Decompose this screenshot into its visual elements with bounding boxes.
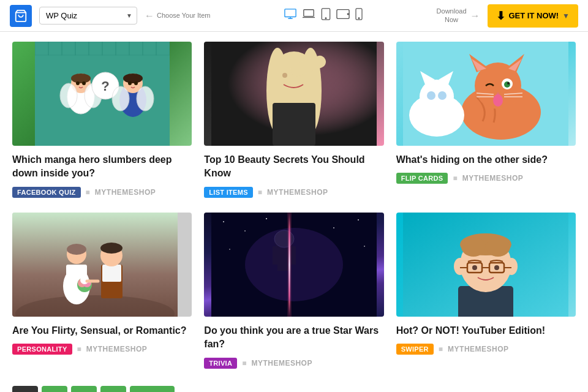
choose-item-label: ← Choose Your Item [145,10,210,21]
svg-point-103 [454,258,466,275]
desktop-icon[interactable] [284,8,297,23]
svg-point-104 [505,258,518,275]
page-1-button[interactable]: 1 [12,386,38,392]
card-4-title[interactable]: Are You Flirty, Sensual, or Romantic? [12,324,192,337]
card-2-author: MYTHEMESHOP [267,188,328,197]
card-5-badge[interactable]: TRIVIA [204,358,237,369]
svg-point-87 [333,227,334,228]
svg-rect-41 [273,103,315,146]
device-icons [284,8,363,23]
card-6-author: MYTHEMESHOP [448,345,509,353]
card-4-image[interactable] [12,213,192,317]
card-2-sep: ■ [258,188,262,197]
svg-text:?: ? [101,78,109,94]
get-it-chevron-icon: ▼ [562,12,570,20]
download-area: DownloadNow → [437,7,480,23]
card-5-image[interactable] [204,213,383,317]
next-page-button[interactable]: Next [130,386,175,392]
svg-point-43 [282,73,287,78]
svg-point-64 [427,91,435,100]
card-6: Hot? Or NOT! YouTuber Edition! SWIPER ■ … [396,213,576,369]
card-3-author: MYTHEMESHOP [462,174,524,183]
tablet-landscape-icon[interactable] [336,9,350,23]
svg-point-73 [100,243,123,254]
card-2-meta: LIST ITEMS ■ MYTHEMESHOP [204,187,383,198]
card-4-author: MYTHEMESHOP [86,345,148,353]
svg-point-4 [325,18,326,19]
card-3-meta: FLIP CARDS ■ MYTHEMESHOP [396,173,576,184]
beauty-illustration [204,42,383,146]
download-label: DownloadNow [437,7,467,23]
card-4-badge[interactable]: PERSONALITY [12,344,72,355]
get-it-label: GET IT NOW! [509,11,559,20]
page-4-button[interactable]: 4 [100,386,126,392]
svg-rect-71 [102,265,121,282]
svg-point-106 [461,237,486,257]
svg-point-107 [486,237,510,257]
svg-point-85 [244,230,246,232]
tablet-icon[interactable] [320,8,331,23]
card-2-badge[interactable]: LIST ITEMS [204,187,253,198]
card-1-meta: FACEBOOK QUIZ ■ MYTHEMESHOP [12,187,192,198]
card-1: ? Which ma [12,42,192,198]
card-5-title[interactable]: Do you think you are a true Star Wars fa… [204,324,383,352]
card-3-badge[interactable]: FLIP CARDS [396,173,448,184]
card-2-title[interactable]: Top 10 Beauty Secrets You Should Know [204,153,383,181]
header: WP Quiz WP Poll WP Survey ▼ ← Choose You… [0,0,588,32]
quiz-type-select-wrap: WP Quiz WP Poll WP Survey ▼ [39,7,137,24]
card-6-meta: SWIPER ■ MYTHEMESHOP [396,344,576,355]
card-1-sep: ■ [86,188,90,197]
card-2: Top 10 Beauty Secrets You Should Know LI… [204,42,383,198]
card-1-badge[interactable]: FACEBOOK QUIZ [12,187,81,198]
svg-point-77 [67,244,86,255]
card-6-title[interactable]: Hot? Or NOT! YouTuber Edition! [396,324,576,337]
card-3-image[interactable] [396,42,576,146]
svg-point-52 [504,81,510,88]
page-3-button[interactable]: 3 [71,386,97,392]
starwars-illustration [204,213,383,317]
card-1-image[interactable]: ? [12,42,192,146]
youtuber-illustration [396,213,576,317]
svg-point-61 [420,80,454,114]
svg-point-33 [134,81,138,85]
card-6-image[interactable] [396,213,576,317]
card-3: What's hiding on the other side? FLIP CA… [396,42,576,198]
svg-rect-2 [304,10,314,17]
logo[interactable] [10,5,32,27]
card-5-author: MYTHEMESHOP [251,359,312,368]
couple-illustration [12,213,192,317]
quiz-type-select[interactable]: WP Quiz WP Poll WP Survey [39,7,137,24]
card-4: Are You Flirty, Sensual, or Romantic? PE… [12,213,192,369]
svg-point-86 [266,218,267,219]
card-4-sep: ■ [77,345,81,353]
svg-point-24 [82,81,86,85]
svg-point-23 [76,81,80,85]
page-2-button[interactable]: 2 [42,386,67,392]
download-arrow-icon: → [470,10,480,21]
card-1-title[interactable]: Which manga hero slumbers deep down insi… [12,153,192,181]
svg-point-84 [223,221,224,222]
card-6-sep: ■ [439,345,443,353]
download-box-icon: ⬇ [496,9,505,23]
svg-point-89 [229,249,230,250]
svg-point-6 [347,13,349,15]
phone-icon[interactable] [355,8,363,23]
svg-point-97 [245,228,343,301]
card-5-meta: TRIVIA ■ MYTHEMESHOP [204,358,383,369]
choose-label: Choose Your Item [157,12,210,20]
arrow-left-icon: ← [145,10,154,21]
card-3-title[interactable]: What's hiding on the other side? [396,153,576,167]
main-content: ? Which ma [0,32,588,392]
svg-point-32 [128,81,132,85]
card-5: Do you think you are a true Star Wars fa… [204,213,383,369]
card-5-sep: ■ [242,359,246,368]
svg-point-53 [507,82,510,85]
svg-point-59 [493,94,503,107]
svg-point-34 [112,86,129,111]
svg-point-90 [364,246,365,247]
laptop-icon[interactable] [302,8,315,23]
card-6-badge[interactable]: SWIPER [396,344,434,355]
svg-point-65 [438,91,447,100]
get-it-now-button[interactable]: ⬇ GET IT NOW! ▼ [488,4,579,28]
card-2-image[interactable] [204,42,383,146]
